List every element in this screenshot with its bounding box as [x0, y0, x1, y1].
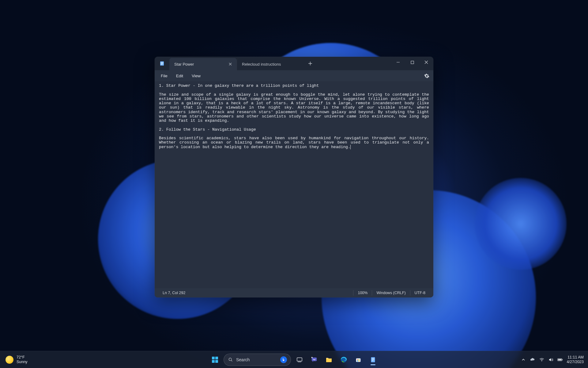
notepad-taskbar-button[interactable]: [367, 354, 379, 366]
taskbar-center: Search: [209, 354, 379, 366]
svg-rect-1: [161, 62, 163, 63]
svg-rect-18: [357, 360, 358, 361]
text-caret: [350, 145, 351, 149]
svg-rect-16: [357, 359, 358, 360]
start-button[interactable]: [209, 354, 221, 366]
task-view-button[interactable]: [293, 354, 306, 366]
svg-rect-26: [558, 359, 562, 360]
svg-rect-11: [298, 362, 301, 362]
windows-logo-icon: [211, 356, 219, 363]
chat-button[interactable]: [308, 354, 320, 366]
svg-rect-8: [215, 360, 218, 363]
svg-rect-10: [297, 358, 302, 361]
weather-condition: Sunny: [17, 360, 27, 364]
svg-point-9: [229, 358, 232, 361]
onedrive-icon[interactable]: [530, 357, 535, 362]
close-button[interactable]: [419, 57, 433, 67]
battery-icon[interactable]: [557, 357, 563, 362]
menu-edit[interactable]: Edit: [172, 72, 187, 80]
menu-file[interactable]: File: [156, 72, 172, 80]
svg-rect-22: [372, 359, 374, 360]
svg-point-13: [311, 357, 313, 358]
gear-icon: [424, 73, 429, 79]
search-placeholder: Search: [236, 357, 250, 362]
status-zoom[interactable]: 100%: [353, 291, 372, 295]
wifi-icon[interactable]: [539, 357, 545, 362]
tab-relecloud-instructions[interactable]: Relecloud instructions: [237, 58, 304, 70]
weather-text: 72°F Sunny: [17, 355, 27, 364]
tray-overflow-button[interactable]: [521, 357, 526, 362]
tab-label: Star Power: [174, 62, 194, 67]
svg-rect-7: [212, 360, 215, 363]
svg-rect-17: [359, 359, 360, 360]
svg-rect-27: [562, 359, 563, 360]
new-tab-button[interactable]: [304, 57, 316, 70]
status-line-ending: Windows (CRLF): [372, 291, 410, 295]
notepad-icon: [370, 356, 376, 363]
weather-sun-icon: [6, 356, 13, 364]
svg-rect-5: [212, 357, 215, 359]
svg-rect-2: [161, 63, 163, 63]
system-tray: [521, 357, 563, 362]
text-editor[interactable]: 1. Star Power - In one galaxy there are …: [155, 81, 433, 288]
taskbar-search[interactable]: Search: [224, 354, 291, 366]
document-text: 1. Star Power - In one galaxy there are …: [159, 83, 432, 149]
tab-close-icon[interactable]: [229, 63, 232, 66]
folder-icon: [325, 356, 333, 363]
maximize-button[interactable]: [405, 57, 419, 67]
statusbar: Ln 7, Col 292 100% Windows (CRLF) UTF-8: [155, 288, 433, 297]
store-icon: [355, 356, 362, 363]
titlebar[interactable]: Star Power Relecloud instructions: [155, 57, 433, 70]
window-controls: [391, 57, 433, 70]
settings-button[interactable]: [422, 71, 432, 81]
notepad-window: Star Power Relecloud instructions File E…: [155, 57, 433, 297]
edge-icon: [340, 356, 347, 363]
svg-rect-3: [161, 64, 162, 64]
taskbar-clock[interactable]: 11:11 AM 4/27/2023: [567, 355, 585, 364]
chat-icon: [311, 356, 318, 363]
svg-rect-4: [411, 61, 414, 64]
svg-rect-6: [215, 357, 218, 359]
minimize-button[interactable]: [391, 57, 405, 67]
clock-time: 11:11 AM: [567, 355, 584, 359]
notepad-app-icon: [155, 57, 169, 70]
status-encoding: UTF-8: [410, 291, 430, 295]
clock-date: 4/27/2023: [567, 360, 584, 364]
taskbar: 72°F Sunny Search: [0, 351, 588, 368]
search-icon: [228, 357, 233, 362]
svg-point-24: [541, 361, 542, 361]
weather-widget[interactable]: 72°F Sunny: [3, 354, 30, 365]
menubar: File Edit View: [155, 70, 433, 81]
edge-button[interactable]: [337, 354, 350, 366]
svg-rect-19: [359, 360, 360, 361]
tab-label: Relecloud instructions: [242, 62, 281, 67]
file-explorer-button[interactable]: [323, 354, 335, 366]
menu-view[interactable]: View: [187, 72, 205, 80]
tab-strip: Star Power Relecloud instructions: [169, 57, 391, 70]
wallpaper-bloom: [475, 178, 567, 270]
task-view-icon: [296, 356, 303, 363]
weather-temp: 72°F: [17, 355, 27, 359]
svg-rect-12: [312, 357, 317, 361]
svg-rect-21: [372, 358, 374, 358]
status-cursor-position: Ln 7, Col 292: [158, 291, 190, 295]
svg-rect-23: [372, 360, 373, 361]
volume-icon[interactable]: [548, 357, 554, 362]
bing-chat-icon[interactable]: [280, 356, 287, 363]
svg-rect-15: [356, 358, 361, 362]
store-button[interactable]: [352, 354, 364, 366]
tab-star-power[interactable]: Star Power: [169, 58, 237, 70]
